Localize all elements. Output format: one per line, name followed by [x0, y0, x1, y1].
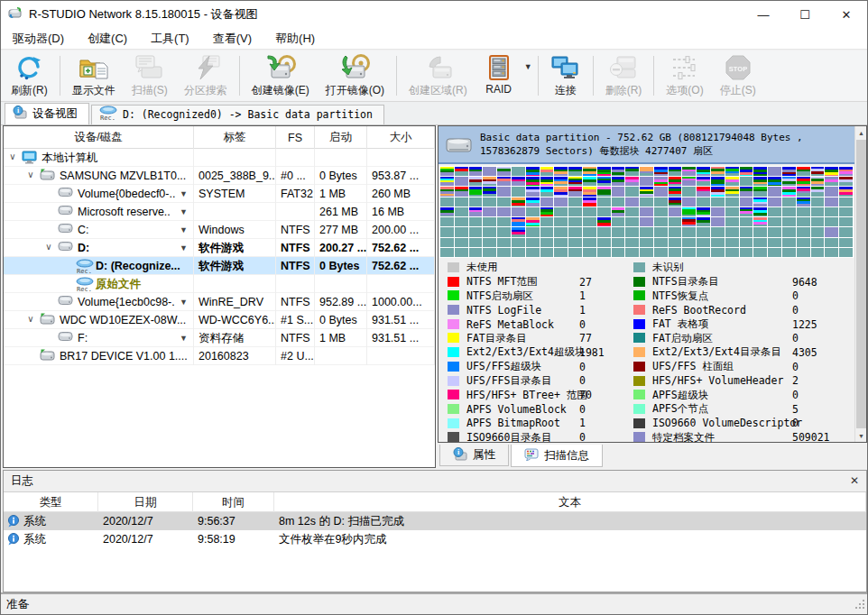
table-row[interactable]: ∨本地计算机 [4, 149, 435, 167]
table-row[interactable]: ∨SAMSUNG MZVLB1T0...0025_388B_9...#0 ...… [4, 167, 435, 185]
log-row[interactable]: 系统2020/12/79:56:378m 12s 的 D: 扫描已完成 [4, 512, 866, 530]
scan-block-map[interactable] [439, 166, 854, 258]
create-region-label: 创建区域(R) [409, 83, 467, 98]
table-row[interactable]: Rec.D: (Recognize...软件游戏NTFS0 Bytes752.6… [4, 257, 435, 275]
create-image-button[interactable]: 创建镜像(E) [244, 50, 318, 101]
map-block [455, 238, 468, 247]
toolbar-separator [653, 56, 654, 96]
table-row[interactable]: Volume{0bedecf0-..▼SYSTEMFAT321 MB260 MB [4, 185, 435, 203]
maximize-button[interactable]: ☐ [784, 1, 826, 28]
expand-arrow-icon[interactable]: ∨ [25, 314, 36, 324]
legend-label: ISO9660 VolumeDescriptor [652, 417, 802, 431]
open-image-button[interactable]: 打开镜像(O) [318, 50, 392, 101]
map-block [797, 167, 810, 176]
raid-dropdown-icon[interactable]: ▼ [522, 60, 534, 74]
view-tab-1[interactable]: Rec.D: (Recognized0) -> Basic data parti… [91, 105, 384, 124]
log-column-header-0[interactable]: 类型 [4, 492, 98, 512]
bottom-tab-1[interactable]: 扫描信息 [511, 445, 603, 467]
row-dropdown-icon[interactable]: ▼ [180, 203, 188, 221]
map-block [469, 187, 483, 196]
legend-label: APFS超级块 [652, 388, 708, 402]
connect-button[interactable]: 连接 [542, 50, 589, 101]
legend-swatch [633, 319, 645, 329]
expand-arrow-icon[interactable]: ∨ [7, 151, 18, 161]
map-block [725, 217, 739, 226]
log-column-header-1[interactable]: 日期 [98, 492, 193, 512]
row-dropdown-icon[interactable]: ▼ [180, 293, 188, 311]
table-row[interactable]: ∨D:▼软件游戏NTFS200.27 ...752.62 ... [4, 239, 435, 257]
log-row[interactable]: 系统2020/12/79:58:19文件枚举在9秒内完成 [4, 530, 866, 548]
resize-grip[interactable] [854, 599, 865, 612]
expand-arrow-icon[interactable]: ∨ [43, 242, 54, 252]
refresh-button[interactable]: 刷新(R) [3, 50, 56, 101]
device-column-header-3[interactable]: 启动 [315, 126, 367, 149]
row-dropdown-icon[interactable]: ▼ [180, 185, 188, 203]
bottom-tab-0[interactable]: i属性 [439, 445, 509, 466]
menu-item-4[interactable]: 帮助(H) [263, 28, 327, 49]
row-dropdown-icon[interactable]: ▼ [180, 329, 188, 347]
device-table-header: 设备/磁盘标签FS启动大小 [4, 126, 435, 149]
map-block [797, 187, 810, 196]
legend-label: NTFS LogFile [466, 303, 541, 317]
menu-item-2[interactable]: 工具(T) [139, 28, 201, 49]
scroll-up-icon[interactable]: ▲ [855, 126, 867, 139]
close-button[interactable]: ✕ [826, 1, 867, 28]
log-column-header-2[interactable]: 时间 [193, 492, 274, 512]
map-block [711, 248, 725, 257]
table-row[interactable]: BR17 DEVICE V1.00 1....20160823#2 U... [4, 347, 435, 365]
legend-item: NTFS恢复点0 [633, 289, 855, 303]
minimize-button[interactable]: — [743, 1, 784, 28]
table-row[interactable]: Volume{1ecb0c98-.▼WinRE_DRVNTFS952.89 ..… [4, 293, 435, 311]
menu-item-0[interactable]: 驱动器(D) [1, 28, 76, 49]
scroll-thumb[interactable] [856, 140, 866, 428]
row-dropdown-icon[interactable]: ▼ [180, 221, 188, 239]
map-block [625, 207, 639, 216]
scroll-down-icon[interactable]: ▼ [855, 429, 867, 442]
table-row[interactable]: Microsoft reserve..▼261 MB16 MB [4, 203, 435, 221]
menu-item-3[interactable]: 查看(V) [201, 28, 263, 49]
table-row[interactable]: Rec.原始文件 [4, 275, 435, 293]
map-block [782, 238, 796, 247]
expand-arrow-icon[interactable]: ∨ [25, 170, 36, 179]
view-tab-0[interactable]: i设备视图 [5, 103, 89, 124]
device-column-header-4[interactable]: 大小 [367, 126, 435, 149]
partition-search-icon [190, 53, 221, 82]
log-column-header-3[interactable]: 文本 [274, 492, 866, 512]
row-dropdown-icon[interactable]: ▼ [180, 239, 188, 257]
label-cell [194, 203, 276, 221]
map-block [597, 197, 611, 207]
device-column-header-2[interactable]: FS [276, 126, 315, 149]
options-icon [670, 53, 699, 82]
table-row[interactable]: C:▼WindowsNTFS277 MB200.00 ... [4, 221, 435, 239]
map-block [497, 167, 511, 176]
raid-button[interactable]: RAID [476, 50, 522, 101]
table-row[interactable]: F:▼资料存储NTFS1 MB931.51 ... [4, 329, 435, 347]
menu-item-1[interactable]: 创建(C) [76, 28, 139, 49]
scan-scrollbar[interactable]: ▲ ▼ [854, 126, 866, 442]
map-block [797, 238, 810, 247]
map-block [526, 197, 540, 207]
rec-icon: Rec. [99, 106, 117, 124]
map-block [768, 207, 781, 216]
device-cell: ∨SAMSUNG MZVLB1T0... [4, 167, 194, 185]
map-block [540, 227, 554, 236]
fs-cell [276, 149, 315, 167]
table-row[interactable]: ∨WDC WD10EZEX-08W...WD-WCC6Y6...#1 S...0… [4, 311, 435, 329]
device-column-header-1[interactable]: 标签 [194, 126, 276, 149]
label-cell [194, 275, 276, 293]
map-block [440, 167, 454, 176]
rec-icon: Rec. [76, 259, 94, 275]
device-cell: Volume{0bedecf0-..▼ [4, 185, 194, 203]
log-close-icon[interactable]: ✕ [850, 474, 859, 487]
show-files-button[interactable]: 显示文件 [64, 50, 124, 101]
scan-legend-left-column: 未使用NTFS MFT范围27NTFS启动扇区1NTFS LogFile1ReF… [448, 261, 633, 442]
device-column-header-0[interactable]: 设备/磁盘 [4, 126, 194, 149]
map-block [782, 187, 796, 196]
fs-cell: FAT32 [276, 185, 315, 203]
map-block [497, 177, 511, 186]
device-cell: Rec.D: (Recognize... [4, 257, 194, 275]
fs-cell: #0 ... [276, 167, 315, 185]
device-cell: F:▼ [4, 329, 194, 347]
map-block [811, 187, 825, 196]
map-block [640, 238, 653, 247]
